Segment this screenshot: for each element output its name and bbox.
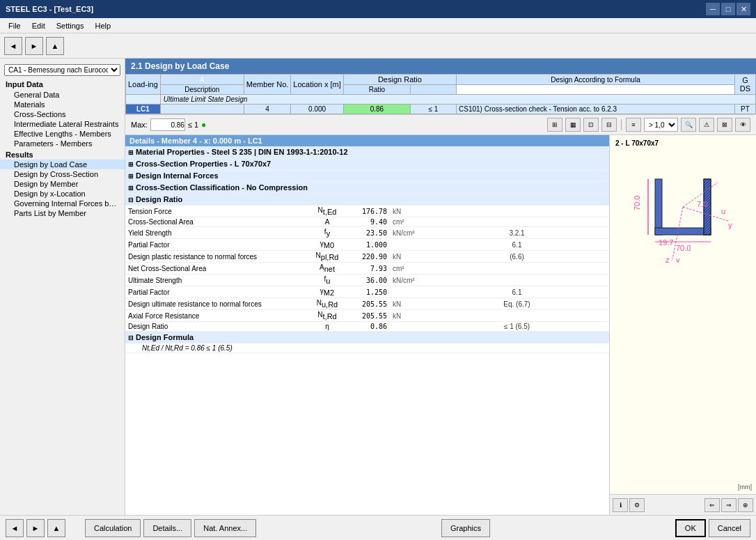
detail-row-yield: Yield Strength fy 23.50 kN/cm² 3.2.1 — [125, 227, 609, 239]
bottom-split: Details - Member 4 - x: 0.000 m - LC1 ⊞M… — [125, 135, 756, 515]
table-cell-lc1-label[interactable]: LC1 — [126, 105, 161, 114]
detail-ref-area — [425, 217, 609, 227]
right-btn-export[interactable]: ⇐ — [704, 498, 720, 512]
table-cell-lc1-le1: ≤ 1 — [410, 105, 456, 114]
footer-nav-prev[interactable]: ◄ — [6, 519, 24, 537]
cancel-button[interactable]: Cancel — [709, 519, 750, 537]
toolbar-btn-8[interactable]: ⊠ — [717, 118, 732, 132]
detail-unit-ultimate: kN/cm² — [390, 275, 425, 286]
check-circle-icon: ● — [201, 120, 206, 130]
title-bar-text: STEEL EC3 - [Test_EC3] — [6, 5, 93, 13]
sidebar-item-intermediate-lateral[interactable]: Intermediate Lateral Restraints — [0, 119, 125, 129]
toolbar-btn-1[interactable]: ⊞ — [547, 118, 562, 132]
details-pane: Details - Member 4 - x: 0.000 m - LC1 ⊞M… — [125, 135, 610, 515]
load-case-dropdown[interactable]: CA1 - Bemessung nach Eurococ — [4, 64, 120, 76]
details-cs-section[interactable]: ⊞Cross-Section Properties - L 70x70x7 — [125, 158, 609, 170]
sidebar-item-governing-internal-forces[interactable]: Governing Internal Forces by M — [0, 199, 125, 208]
menu-help[interactable]: Help — [89, 20, 116, 31]
sidebar-item-design-by-cross-section[interactable]: Design by Cross-Section — [0, 169, 125, 179]
right-btn-import[interactable]: ⇒ — [721, 498, 737, 512]
th-desc: Description — [160, 85, 244, 95]
th-d-e: Design Ratio — [343, 75, 456, 85]
right-btn-settings[interactable]: ⚙ — [629, 498, 645, 512]
close-button[interactable]: ✕ — [737, 3, 750, 15]
th-c: Location x [m] — [291, 75, 343, 95]
detail-label-netarea: Net Cross-Sectional Area — [125, 263, 306, 275]
content-area: 2.1 Design by Load Case Load-ing A Membe… — [125, 59, 756, 515]
graphics-button[interactable]: Graphics — [441, 519, 490, 537]
details-design-ratio-section[interactable]: ⊟Design Ratio — [125, 194, 609, 206]
menu-file[interactable]: File — [3, 20, 26, 31]
detail-value-netarea: 7.93 — [348, 263, 390, 275]
detail-ref-yield: 3.2.1 — [425, 227, 609, 239]
nav-forward-button[interactable]: ► — [25, 37, 43, 55]
details-forces-section[interactable]: ⊞Design Internal Forces — [125, 170, 609, 182]
detail-symbol-tension: Nt,Ed — [306, 206, 348, 217]
toolbar-btn-5[interactable]: ≡ — [626, 118, 641, 132]
menu-settings[interactable]: Settings — [51, 20, 90, 31]
details-material-section[interactable]: ⊞Material Properties - Steel S 235 | DIN… — [125, 146, 609, 158]
detail-value-ultimate: 36.00 — [348, 275, 390, 286]
detail-row-tension: Tension Force Nt,Ed 176.78 kN — [125, 206, 609, 217]
sidebar-item-general-data[interactable]: General Data — [0, 90, 125, 100]
detail-value-nurd: 205.55 — [348, 298, 390, 310]
detail-unit-partial1 — [390, 239, 425, 251]
toolbar-btn-4[interactable]: ⊟ — [601, 118, 617, 132]
sidebar: CA1 - Bemessung nach Eurococ Input Data … — [0, 59, 125, 515]
minimize-button[interactable]: ─ — [706, 3, 720, 15]
detail-row-netarea: Net Cross-Sectional Area Anet 7.93 cm² — [125, 263, 609, 275]
detail-ref-partial2: 6.1 — [425, 286, 609, 298]
footer-nav-next[interactable]: ► — [26, 519, 45, 537]
bottom-toolbar: ◄ ► ▲ Calculation Details... Nat. Annex.… — [0, 515, 756, 540]
title-bar-controls: ─ □ ✕ — [706, 3, 750, 15]
table-cell-lc1-member: 4 — [244, 105, 291, 114]
max-le1-label: ≤ 1 — [188, 121, 198, 129]
detail-label-ntrd: Axial Force Resistance — [125, 310, 306, 322]
details-formula-section[interactable]: ⊟Design Formula — [125, 332, 609, 344]
th-g: GDS — [735, 75, 756, 95]
detail-value-partial2: 1.250 — [348, 286, 390, 298]
detail-unit-nplrd: kN — [390, 251, 425, 263]
sidebar-item-design-by-x-location[interactable]: Design by x-Location — [0, 189, 125, 199]
sidebar-item-cross-sections[interactable]: Cross-Sections — [0, 109, 125, 119]
detail-unit-nurd: kN — [390, 298, 425, 310]
toolbar-btn-6[interactable]: 🔍 — [681, 118, 696, 132]
max-label: Max: — [131, 121, 148, 129]
max-value-input[interactable] — [150, 118, 185, 131]
detail-row-ntrd: Axial Force Resistance Nt,Rd 205.55 kN — [125, 310, 609, 322]
detail-row-partial2: Partial Factor γM2 1.250 6.1 — [125, 286, 609, 298]
detail-unit-area: cm² — [390, 217, 425, 227]
calculation-button[interactable]: Calculation — [85, 519, 141, 537]
detail-ref-ntrd — [425, 310, 609, 322]
sidebar-item-design-by-load-case[interactable]: Design by Load Case — [0, 160, 125, 169]
sidebar-item-materials[interactable]: Materials — [0, 100, 125, 109]
sidebar-item-parameters-members[interactable]: Parameters - Members — [0, 139, 125, 148]
footer-nav-up[interactable]: ▲ — [47, 519, 65, 537]
sidebar-item-design-by-member[interactable]: Design by Member — [0, 179, 125, 189]
toolbar-btn-3[interactable]: ⊡ — [583, 118, 599, 132]
th-b: Member No. — [244, 75, 291, 95]
nav-back-button[interactable]: ◄ — [4, 37, 22, 55]
table-area: Load-ing A Member No. Location x [m] Des… — [125, 74, 756, 114]
right-btn-zoom[interactable]: ⊕ — [738, 498, 753, 512]
nav-up-button[interactable]: ▲ — [46, 37, 64, 55]
details-button[interactable]: Details... — [143, 519, 191, 537]
maximize-button[interactable]: □ — [721, 3, 735, 15]
ratio-dropdown[interactable]: > 1,0 — [644, 118, 678, 132]
toolbar-btn-9[interactable]: 👁 — [735, 118, 750, 132]
results-section: Results — [0, 148, 125, 160]
menu-edit[interactable]: Edit — [26, 20, 51, 31]
detail-unit-tension: kN — [390, 206, 425, 217]
toolbar-btn-7[interactable]: ⚠ — [699, 118, 714, 132]
details-classification-section[interactable]: ⊞Cross-Section Classification - No Compr… — [125, 182, 609, 194]
ok-button[interactable]: OK — [675, 519, 706, 537]
sidebar-item-parts-list[interactable]: Parts List by Member — [0, 208, 125, 218]
detail-label-yield: Yield Strength — [125, 227, 306, 239]
nat-annex-button[interactable]: Nat. Annex... — [194, 519, 256, 537]
toolbar-btn-2[interactable]: ▦ — [565, 118, 581, 132]
right-btn-info[interactable]: ℹ — [613, 498, 628, 512]
sidebar-item-effective-lengths[interactable]: Effective Lengths - Members — [0, 129, 125, 139]
detail-unit-partial2 — [390, 286, 425, 298]
th-f: Design According to Formula — [457, 75, 735, 85]
detail-symbol-partial1: γM0 — [306, 239, 348, 251]
